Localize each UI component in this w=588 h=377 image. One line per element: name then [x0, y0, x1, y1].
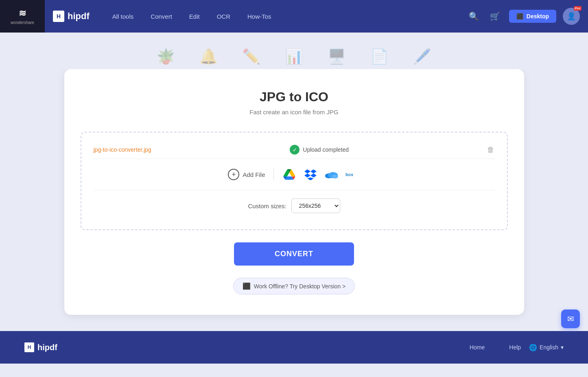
- ws-icon: ≋: [19, 8, 26, 19]
- dropbox-icon[interactable]: [303, 167, 318, 182]
- offline-banner: ⬛ Work Offline? Try Desktop Version >: [81, 278, 508, 294]
- delete-button[interactable]: 🗑: [487, 146, 494, 154]
- language-label: English: [540, 344, 558, 351]
- header-nav: All tools Convert Edit OCR How-Tos: [106, 10, 459, 23]
- main-content: JPG to ICO Fast create an icon file from…: [0, 69, 588, 331]
- custom-sizes-row: Custom sizes: 16x16 32x32 48x48 64x64 12…: [94, 190, 495, 221]
- page-title: JPG to ICO: [81, 89, 508, 105]
- add-file-button[interactable]: + Add File: [228, 169, 265, 180]
- custom-sizes-label: Custom sizes:: [248, 203, 286, 209]
- footer-help-link[interactable]: Help: [509, 344, 521, 351]
- convert-btn-wrapper: CONVERT: [81, 242, 508, 266]
- size-select[interactable]: 16x16 32x32 48x48 64x64 128x128 256x256: [291, 198, 340, 213]
- svg-point-2: [332, 174, 338, 179]
- nav-all-tools[interactable]: All tools: [106, 10, 140, 23]
- illus-pen: 🖊️: [413, 48, 431, 65]
- ws-label: wondershare: [11, 20, 34, 25]
- illus-lamp: 🔔: [199, 48, 218, 65]
- nav-convert[interactable]: Convert: [144, 10, 179, 23]
- svg-text:box: box: [345, 172, 353, 177]
- file-name: jpg-to-ico-converter.jpg: [94, 146, 151, 153]
- vertical-divider: [273, 168, 274, 181]
- avatar-container[interactable]: 👤 Pro: [563, 8, 580, 25]
- add-file-label: Add File: [243, 171, 265, 178]
- convert-button[interactable]: CONVERT: [234, 242, 354, 266]
- footer: H hipdf Home Help 🌐 English ▾: [0, 331, 588, 364]
- onedrive-icon[interactable]: [324, 167, 339, 182]
- mail-icon: ✉: [567, 314, 574, 324]
- search-button[interactable]: 🔍: [467, 9, 481, 24]
- footer-hipdf-label: hipdf: [37, 343, 57, 352]
- wondershare-logo[interactable]: ≋ wondershare: [0, 0, 45, 33]
- offline-text: Work Offline? Try Desktop Version >: [254, 283, 346, 290]
- footer-hipdf-logo[interactable]: H hipdf: [24, 342, 461, 352]
- header: ≋ wondershare H hipdf All tools Convert …: [0, 0, 588, 33]
- illus-plant: 🪴: [157, 48, 175, 65]
- desktop-button[interactable]: ⬛ Desktop: [509, 10, 556, 23]
- footer-nav: Home Help: [470, 344, 521, 351]
- upload-area: jpg-to-ico-converter.jpg ✓ Upload comple…: [81, 132, 508, 230]
- upload-status: ✓ Upload completed: [290, 145, 349, 155]
- illus-doc: 📄: [370, 48, 389, 65]
- illus-pencils: ✏️: [242, 48, 260, 65]
- nav-edit[interactable]: Edit: [183, 10, 206, 23]
- hero-background: 🪴 🔔 ✏️ 📊 🖥️ 📄 🖊️: [0, 33, 588, 69]
- footer-nav-col-2: Help: [509, 344, 521, 351]
- plus-circle-icon: +: [228, 169, 239, 180]
- nav-ocr[interactable]: OCR: [210, 10, 237, 23]
- cloud-icons: box: [282, 167, 360, 182]
- footer-hipdf-icon: H: [24, 342, 34, 352]
- main-card: JPG to ICO Fast create an icon file from…: [64, 69, 524, 315]
- file-row: jpg-to-ico-converter.jpg ✓ Upload comple…: [94, 141, 495, 159]
- globe-icon: 🌐: [529, 344, 537, 351]
- cart-icon: 🛒: [490, 11, 500, 21]
- hero-illustration: 🪴 🔔 ✏️ 📊 🖥️ 📄 🖊️: [157, 48, 431, 69]
- offline-icon: ⬛: [243, 282, 251, 290]
- search-icon: 🔍: [469, 11, 479, 21]
- cart-button[interactable]: 🛒: [488, 9, 503, 24]
- hipdf-logo[interactable]: H hipdf: [53, 11, 90, 22]
- google-drive-icon[interactable]: [282, 167, 297, 182]
- page-subtitle: Fast create an icon file from JPG: [81, 109, 508, 115]
- floating-mail-button[interactable]: ✉: [561, 309, 580, 328]
- pro-badge: Pro: [574, 6, 581, 11]
- box-icon[interactable]: box: [345, 167, 360, 182]
- footer-home-link[interactable]: Home: [470, 344, 485, 351]
- hipdf-icon: H: [53, 11, 64, 22]
- chevron-down-icon: ▾: [561, 344, 564, 351]
- upload-status-text: Upload completed: [303, 146, 349, 153]
- desktop-icon: ⬛: [516, 13, 523, 20]
- add-file-row: + Add File: [94, 159, 495, 190]
- header-actions: 🔍 🛒 ⬛ Desktop 👤 Pro: [467, 8, 580, 25]
- hipdf-label: hipdf: [68, 11, 90, 22]
- offline-link[interactable]: ⬛ Work Offline? Try Desktop Version >: [233, 278, 355, 294]
- footer-nav-col-1: Home: [470, 344, 485, 351]
- check-icon: ✓: [290, 145, 299, 155]
- nav-how-tos[interactable]: How-Tos: [241, 10, 278, 23]
- language-selector[interactable]: 🌐 English ▾: [529, 344, 564, 351]
- illus-monitor: 🖥️: [328, 48, 346, 65]
- illus-chart: 📊: [285, 48, 303, 65]
